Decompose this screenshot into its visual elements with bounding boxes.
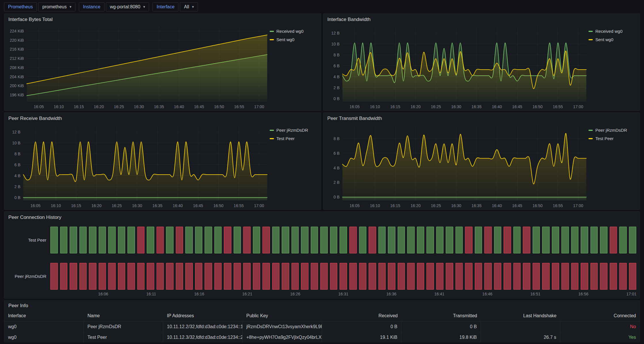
legend-item[interactable]: Peer jRzmDsDR (270, 128, 318, 133)
status-bar-disconnected[interactable] (262, 227, 270, 253)
status-bar-disconnected[interactable] (301, 263, 308, 290)
status-bar-connected[interactable] (456, 227, 463, 253)
status-bar-disconnected[interactable] (629, 263, 637, 290)
status-bar-disconnected[interactable] (610, 263, 617, 290)
status-bar-connected[interactable] (542, 227, 550, 253)
status-bar-disconnected[interactable] (176, 263, 183, 290)
status-bar-disconnected[interactable] (465, 263, 472, 290)
column-header-connected[interactable]: Connected (560, 310, 640, 322)
status-bar-disconnected[interactable] (407, 263, 415, 290)
status-bar-disconnected[interactable] (388, 263, 395, 290)
column-header-ip-addresses[interactable]: IP Addresses (163, 310, 243, 322)
status-bar-disconnected[interactable] (166, 263, 174, 290)
status-bar-connected[interactable] (446, 227, 453, 253)
status-bar-connected[interactable] (359, 227, 367, 253)
status-bar-disconnected[interactable] (234, 263, 241, 290)
status-bar-connected[interactable] (629, 227, 637, 253)
status-bar-disconnected[interactable] (176, 227, 183, 253)
status-bar-disconnected[interactable] (137, 227, 145, 253)
status-bar-disconnected[interactable] (378, 263, 386, 290)
status-bar-connected[interactable] (571, 227, 579, 253)
status-bar-disconnected[interactable] (561, 263, 569, 290)
status-bar-disconnected[interactable] (417, 263, 424, 290)
status-bar-connected[interactable] (89, 227, 96, 253)
status-bar-connected[interactable] (205, 227, 212, 253)
status-bar-disconnected[interactable] (523, 227, 530, 253)
status-bar-connected[interactable] (108, 227, 116, 253)
status-bar-connected[interactable] (301, 227, 308, 253)
column-header-transmitted[interactable]: Transmitted (401, 310, 481, 322)
status-bar-disconnected[interactable] (542, 263, 550, 290)
timeseries-chart[interactable]: 16:0516:1016:1516:2016:2516:3016:3516:40… (4, 25, 270, 110)
legend-item[interactable]: Received wg0 (588, 29, 637, 34)
status-bar-disconnected[interactable] (475, 263, 482, 290)
status-bar-disconnected[interactable] (619, 263, 627, 290)
status-bar-disconnected[interactable] (70, 263, 77, 290)
status-bar-disconnected[interactable] (127, 263, 135, 290)
status-bar-connected[interactable] (195, 227, 203, 253)
status-bar-connected[interactable] (311, 227, 318, 253)
status-bar-connected[interactable] (533, 227, 540, 253)
status-bar-disconnected[interactable] (243, 227, 251, 253)
status-bar-connected[interactable] (378, 227, 386, 253)
status-bar-connected[interactable] (513, 227, 521, 253)
status-bar-connected[interactable] (581, 227, 588, 253)
status-bar-disconnected[interactable] (330, 263, 338, 290)
column-header-public-key[interactable]: Public Key (243, 310, 322, 322)
status-bar-disconnected[interactable] (214, 263, 222, 290)
status-bar-disconnected[interactable] (118, 263, 125, 290)
status-bar-connected[interactable] (50, 227, 58, 253)
status-bar-connected[interactable] (398, 227, 405, 253)
status-bar-connected[interactable] (60, 227, 68, 253)
status-bar-disconnected[interactable] (89, 263, 96, 290)
timeseries-chart[interactable]: 16:0516:1016:1516:2016:2516:3016:3516:40… (323, 25, 589, 110)
status-bar-connected[interactable] (552, 227, 559, 253)
status-bar-connected[interactable] (494, 227, 502, 253)
status-bar-connected[interactable] (99, 227, 106, 253)
status-bar-connected[interactable] (118, 227, 125, 253)
status-bar-connected[interactable] (166, 227, 174, 253)
status-bar-disconnected[interactable] (513, 263, 521, 290)
status-bar-disconnected[interactable] (484, 263, 492, 290)
status-bar-disconnected[interactable] (552, 263, 559, 290)
status-bar-disconnected[interactable] (157, 227, 164, 253)
status-bar-disconnected[interactable] (137, 263, 145, 290)
status-bar-disconnected[interactable] (369, 227, 376, 253)
status-bar-disconnected[interactable] (243, 263, 251, 290)
legend-item[interactable]: Received wg0 (270, 29, 318, 34)
status-bar-disconnected[interactable] (291, 263, 299, 290)
status-bar-disconnected[interactable] (436, 263, 444, 290)
status-bar-disconnected[interactable] (272, 263, 280, 290)
status-bar-disconnected[interactable] (99, 263, 106, 290)
status-bar-connected[interactable] (388, 227, 395, 253)
column-header-name[interactable]: Name (84, 310, 163, 322)
status-bar-disconnected[interactable] (349, 227, 357, 253)
status-bar-connected[interactable] (436, 227, 444, 253)
status-bar-disconnected[interactable] (311, 263, 318, 290)
variable-dropdown-prometheus[interactable]: prometheus ▾ (38, 2, 75, 12)
status-bar-disconnected[interactable] (157, 263, 164, 290)
status-bar-connected[interactable] (600, 227, 607, 253)
status-bar-disconnected[interactable] (610, 227, 617, 253)
status-bar-connected[interactable] (291, 227, 299, 253)
status-bar-disconnected[interactable] (262, 263, 270, 290)
status-bar-connected[interactable] (426, 227, 434, 253)
status-bar-disconnected[interactable] (205, 263, 212, 290)
column-header-interface[interactable]: Interface (4, 310, 84, 322)
status-bar-connected[interactable] (147, 227, 154, 253)
status-bar-disconnected[interactable] (349, 263, 357, 290)
status-bar-disconnected[interactable] (359, 263, 367, 290)
column-header-last-handshake[interactable]: Last Handshake (481, 310, 560, 322)
status-bar-connected[interactable] (330, 227, 338, 253)
status-bar-connected[interactable] (561, 227, 569, 253)
timeseries-chart[interactable]: 16:0516:1016:1516:2016:2516:3016:3516:40… (323, 124, 589, 209)
status-bar-disconnected[interactable] (523, 263, 530, 290)
legend-item[interactable]: Sent wg0 (270, 37, 318, 42)
status-bar-disconnected[interactable] (147, 263, 154, 290)
status-bar-connected[interactable] (619, 227, 627, 253)
status-bar-connected[interactable] (272, 227, 280, 253)
status-bar-disconnected[interactable] (533, 263, 540, 290)
status-bar-disconnected[interactable] (484, 227, 492, 253)
status-bar-disconnected[interactable] (446, 263, 453, 290)
status-bar-connected[interactable] (79, 227, 87, 253)
